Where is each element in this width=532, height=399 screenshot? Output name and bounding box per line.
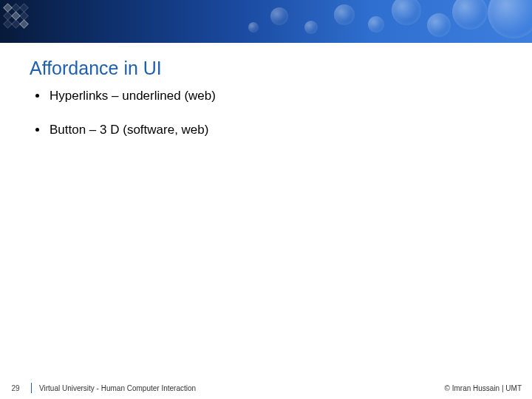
slide-title: Affordance in UI [30, 58, 162, 79]
slide: Affordance in UI Hyperlinks – underlined… [0, 0, 532, 399]
bullet-icon [35, 94, 39, 98]
footer-center-text: Virtual University - Human Computer Inte… [39, 384, 445, 392]
list-item: Hyperlinks – underlined (web) [30, 89, 502, 103]
content-area: Hyperlinks – underlined (web) Button – 3… [30, 89, 502, 157]
header-band [0, 0, 532, 43]
bullet-text: Hyperlinks – underlined (web) [50, 89, 216, 103]
footer-divider [31, 383, 32, 393]
list-item: Button – 3 D (software, web) [30, 123, 502, 137]
bubbles-decoration-icon [0, 0, 532, 43]
bullet-icon [35, 128, 39, 132]
bullet-text: Button – 3 D (software, web) [50, 123, 208, 137]
footer-right-text: © Imran Hussain | UMT [445, 384, 532, 392]
footer: 29 Virtual University - Human Computer I… [0, 377, 532, 399]
page-number: 29 [0, 384, 31, 392]
